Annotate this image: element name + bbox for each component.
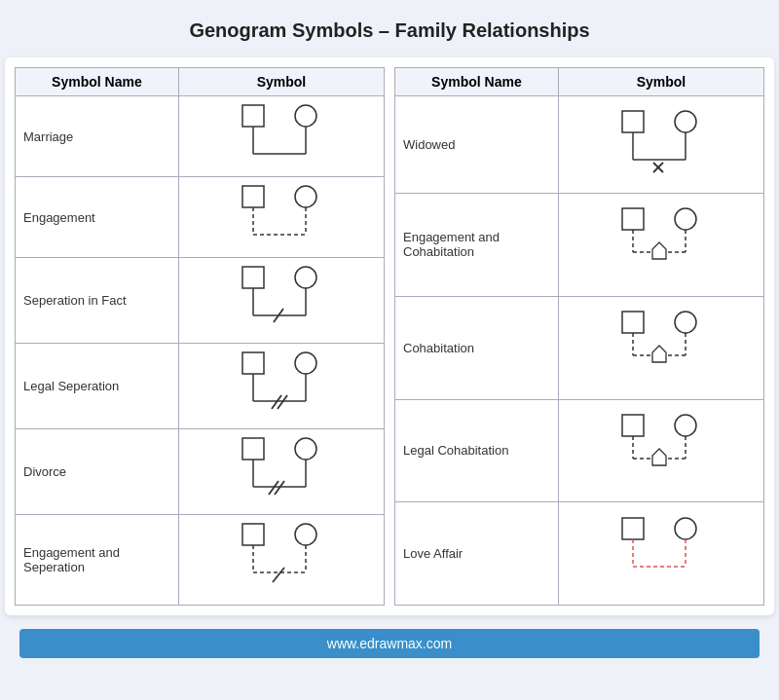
row-label: Legal Seperation xyxy=(16,344,179,429)
table-row: Legal Cohabitation xyxy=(395,399,764,502)
row-label: Seperation in Fact xyxy=(16,258,179,344)
svg-rect-0 xyxy=(242,105,264,127)
row-label: Legal Cohabitation xyxy=(395,399,559,502)
left-col1-header: Symbol Name xyxy=(16,68,179,96)
row-label: Engagement and Cohabitation xyxy=(395,194,559,297)
svg-rect-36 xyxy=(622,111,644,132)
right-col1-header: Symbol Name xyxy=(395,68,559,96)
left-table: Symbol Name Symbol Marriage xyxy=(15,67,385,606)
row-symbol xyxy=(178,96,384,177)
table-row: Seperation in Fact xyxy=(16,258,385,344)
row-symbol xyxy=(178,258,384,344)
right-col2-header: Symbol xyxy=(558,68,763,96)
svg-rect-64 xyxy=(622,518,644,539)
svg-rect-57 xyxy=(622,415,644,436)
table-row: Engagement and Seperation xyxy=(16,515,385,606)
row-symbol xyxy=(558,194,763,297)
svg-point-37 xyxy=(675,111,696,132)
svg-point-11 xyxy=(295,267,316,288)
row-label: Divorce xyxy=(16,429,179,515)
page-title: Genogram Symbols – Family Relationships xyxy=(189,19,589,42)
row-label: Widowed xyxy=(395,96,559,194)
svg-line-35 xyxy=(273,568,284,582)
left-col2-header: Symbol xyxy=(178,68,384,96)
row-symbol xyxy=(178,429,384,515)
right-table: Symbol Name Symbol Widowed xyxy=(394,67,764,606)
svg-point-6 xyxy=(295,186,316,207)
svg-rect-50 xyxy=(622,312,644,333)
svg-rect-23 xyxy=(242,438,264,460)
row-label: Cohabitation xyxy=(395,296,559,399)
svg-marker-56 xyxy=(652,346,666,362)
row-label: Engagement xyxy=(16,177,179,258)
svg-point-51 xyxy=(675,312,696,333)
svg-marker-63 xyxy=(652,449,666,465)
svg-point-17 xyxy=(295,352,316,374)
table-row: Legal Seperation xyxy=(16,344,385,429)
row-symbol xyxy=(558,96,763,194)
svg-marker-49 xyxy=(652,242,666,259)
svg-point-65 xyxy=(675,518,696,539)
table-row: Cohabitation xyxy=(395,296,764,399)
row-symbol xyxy=(558,399,763,502)
svg-point-44 xyxy=(675,208,696,230)
svg-point-31 xyxy=(295,524,316,545)
row-symbol xyxy=(178,344,384,429)
table-row: Widowed xyxy=(395,96,764,194)
svg-point-24 xyxy=(295,438,316,460)
table-row: Engagement and Cohabitation xyxy=(395,194,764,297)
row-symbol xyxy=(178,515,384,606)
row-symbol xyxy=(558,502,763,606)
table-row: Marriage xyxy=(16,96,385,177)
row-label: Marriage xyxy=(16,96,179,177)
footer-url: www.edrawmax.com xyxy=(19,629,760,658)
table-row: Engagement xyxy=(16,177,385,258)
svg-rect-10 xyxy=(242,267,264,288)
row-symbol xyxy=(558,296,763,399)
svg-rect-5 xyxy=(242,186,264,207)
tables-container: Symbol Name Symbol Marriage xyxy=(5,57,774,615)
table-row: Love Affair xyxy=(395,502,764,606)
svg-rect-30 xyxy=(242,524,264,545)
svg-rect-43 xyxy=(622,208,644,230)
row-label: Engagement and Seperation xyxy=(16,515,179,606)
row-symbol xyxy=(178,177,384,258)
svg-point-1 xyxy=(295,105,316,127)
svg-rect-16 xyxy=(242,352,264,374)
table-row: Divorce xyxy=(16,429,385,515)
row-label: Love Affair xyxy=(395,502,559,606)
svg-point-58 xyxy=(675,415,696,436)
